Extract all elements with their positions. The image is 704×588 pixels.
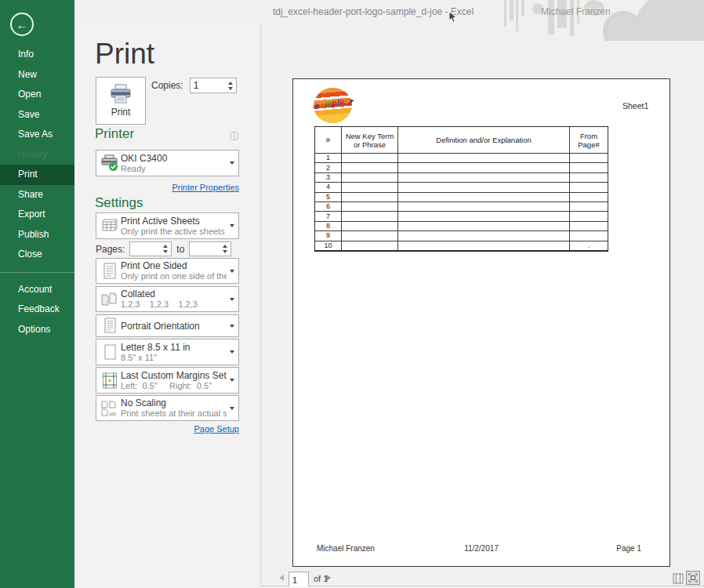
arrow-up-icon[interactable]: [223, 245, 227, 248]
sidebar-item-feedback[interactable]: Feedback: [0, 299, 74, 320]
one-sided-icon: [99, 263, 121, 280]
arrow-down-icon[interactable]: [223, 250, 227, 253]
stepper-arrows[interactable]: [225, 78, 236, 93]
pages-range-row: Pages: to: [96, 241, 231, 256]
row-term: [342, 212, 398, 220]
setting-title: No Scaling: [121, 397, 227, 408]
table-row: 1: [315, 153, 608, 162]
chevron-down-icon: [230, 379, 234, 382]
sidebar-item-save[interactable]: Save: [0, 105, 74, 125]
printer-properties-wrap: Printer Properties: [96, 180, 239, 194]
printer-selector[interactable]: OKI C3400 Ready: [96, 150, 239, 176]
chevron-down-icon: [230, 162, 234, 165]
deco-shape: [548, 0, 554, 34]
arrow-down-icon[interactable]: [228, 87, 233, 90]
printer-properties-link[interactable]: Printer Properties: [172, 183, 239, 192]
print-button[interactable]: Print: [96, 77, 146, 125]
sidebar-item-print[interactable]: Print: [0, 165, 74, 185]
chevron-down-icon: [230, 407, 234, 410]
stepper-arrows[interactable]: [220, 242, 230, 256]
sidebar-item-publish[interactable]: Publish: [0, 225, 74, 245]
setting-subtitle: 1,2,3 1,2,3 1,2,3: [121, 299, 227, 310]
setting-scaling[interactable]: 100 No Scaling Print sheets at their act…: [96, 395, 239, 421]
pages-from-input[interactable]: [130, 242, 160, 256]
previous-page-button[interactable]: [279, 575, 284, 581]
sidebar-item-account[interactable]: Account: [0, 280, 74, 300]
row-from-page: [570, 173, 608, 182]
setting-duplex[interactable]: Print One Sided Only print on one side o…: [96, 258, 239, 284]
collated-icon: [99, 292, 121, 307]
deco-shape: [510, 0, 513, 20]
table-row: 9: [315, 230, 608, 240]
sidebar-item-export[interactable]: Export: [0, 205, 74, 225]
row-from-page: [570, 193, 608, 201]
header-term: New Key Term or Phrase: [342, 127, 398, 153]
row-number: 4: [315, 183, 342, 191]
sidebar-nav: Info New Open Save Save As History Print…: [0, 45, 74, 339]
row-number: 9: [315, 231, 342, 240]
setting-subtitle: 8.5" x 11": [121, 353, 227, 363]
row-term: [342, 173, 398, 182]
row-from-page: [570, 222, 608, 230]
row-definition: [398, 231, 570, 240]
page-title: Print: [95, 38, 154, 71]
info-icon[interactable]: ⓘ: [230, 130, 239, 143]
setting-orientation[interactable]: Portrait Orientation: [96, 314, 239, 337]
preview-table: # New Key Term or Phrase Definition and/…: [314, 126, 608, 252]
sidebar-item-share[interactable]: Share: [0, 185, 74, 205]
copies-stepper[interactable]: [190, 78, 237, 93]
setting-print-area[interactable]: Print Active Sheets Only print the activ…: [96, 212, 239, 239]
page-setup-link[interactable]: Page Setup: [194, 424, 240, 434]
row-definition: [398, 241, 570, 250]
sidebar-item-options[interactable]: Options: [0, 320, 74, 340]
chevron-down-icon: [230, 325, 234, 328]
arrow-up-icon[interactable]: [163, 245, 168, 248]
copies-row: Copies:: [151, 78, 237, 93]
copies-input[interactable]: [191, 78, 225, 93]
pages-to-stepper[interactable]: [189, 241, 231, 256]
deco-shape: [570, 0, 574, 36]
sidebar-item-close[interactable]: Close: [0, 245, 74, 265]
sidebar-item-save-as[interactable]: Save As: [0, 125, 74, 145]
printer-status: Ready: [121, 164, 227, 174]
row-number: 6: [315, 202, 342, 211]
account-name: Michael Franzen: [541, 6, 611, 17]
arrow-up-icon[interactable]: [228, 82, 233, 85]
setting-title: Last Custom Margins Setting: [121, 370, 227, 381]
back-button[interactable]: ←: [10, 13, 34, 36]
sidebar-item-info[interactable]: Info: [0, 45, 74, 65]
setting-collation[interactable]: Collated 1,2,3 1,2,3 1,2,3: [96, 286, 239, 312]
copies-label: Copies:: [151, 80, 183, 91]
arrow-down-icon[interactable]: [163, 250, 168, 253]
left-arrow-icon: ←: [16, 18, 28, 31]
show-margins-button[interactable]: [673, 573, 684, 584]
table-row: 7: [315, 211, 608, 220]
row-from-page: [570, 154, 608, 162]
setting-title: Print Active Sheets: [121, 216, 227, 227]
pages-from-stepper[interactable]: [129, 241, 172, 256]
row-term: [342, 193, 398, 201]
show-margins-icon: [673, 573, 684, 584]
page-number-input[interactable]: [289, 574, 308, 586]
backstage-sidebar: ← Info New Open Save Save As History Pri…: [0, 0, 74, 588]
pages-to-input[interactable]: [190, 242, 220, 256]
row-number: 10: [315, 241, 342, 250]
setting-margins[interactable]: Last Custom Margins Setting Left: 0.5" R…: [96, 367, 239, 394]
setting-paper-size[interactable]: Letter 8.5 x 11 in 8.5" x 11": [96, 339, 239, 365]
print-active-sheets-icon: [99, 218, 121, 234]
row-from-page: [570, 212, 608, 220]
sidebar-item-new[interactable]: New: [0, 65, 74, 85]
stepper-arrows[interactable]: [160, 242, 171, 256]
sidebar-item-open[interactable]: Open: [0, 85, 74, 105]
row-definition: [398, 212, 570, 220]
row-from-page: [570, 202, 608, 211]
next-page-button[interactable]: [326, 575, 331, 581]
zoom-to-page-button[interactable]: [686, 571, 700, 585]
table-row: 6: [315, 201, 608, 211]
preview-page: samples➤ Sheet1 # New Key Term or Phrase…: [292, 78, 670, 567]
setting-subtitle: Only print the active sheets: [121, 227, 227, 237]
table-row: 2: [315, 162, 608, 172]
row-term: [342, 222, 398, 230]
pages-label: Pages:: [96, 244, 125, 255]
page-number-box[interactable]: [288, 572, 309, 586]
